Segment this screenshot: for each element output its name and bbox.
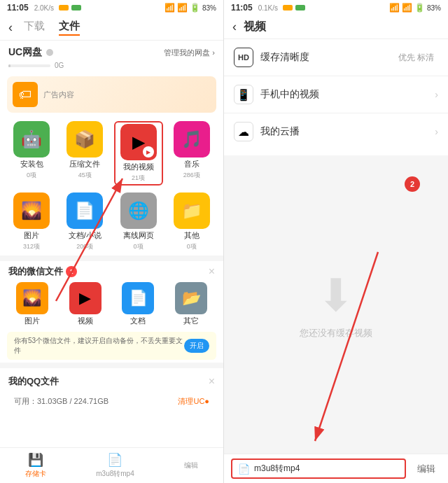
- wechat-icon-image: 🌄: [16, 282, 48, 314]
- uc-dot-icon: [46, 49, 53, 56]
- storage-text: 可用：31.03GB / 224.71GB: [14, 396, 108, 407]
- edit-button[interactable]: 编辑: [412, 460, 441, 478]
- banner-icon: 🏷: [13, 82, 38, 107]
- file-grid-row2: 🌄 图片 312项 📄 文档/小说 200项 🌐 离线网页 0项 📁 其他 0项: [0, 190, 223, 255]
- menu-item-phone-video[interactable]: 📱 手机中的视频 ›: [224, 76, 448, 113]
- wechat-close-button[interactable]: ×: [209, 265, 215, 278]
- wechat-icon-doc: 📄: [122, 282, 154, 314]
- file-icon-zip: 📦: [66, 121, 103, 158]
- warning-text: 你有53个微信文件，建议开启自动备份，不丢失重要文件: [14, 336, 184, 356]
- qq-title-label: 我的QQ文件: [8, 375, 59, 388]
- file-icon-other: 📁: [174, 192, 210, 229]
- divider2: [0, 363, 223, 368]
- wechat-label-image: 图片: [24, 316, 40, 326]
- uc-progress: 0G: [8, 62, 215, 69]
- file-item-doc[interactable]: 📄 文档/小说 200项: [60, 192, 109, 251]
- file-icon-web: 🌐: [120, 192, 157, 229]
- right-bottom-bar: 📄 m3u8转mp4 编辑: [224, 454, 448, 483]
- file-item-other[interactable]: 📁 其他 0项: [167, 192, 216, 251]
- left-panel: 11:05 2.0K/s 📶 📶 🔋 83% ‹ 下载 文件 UC网盘: [0, 0, 224, 483]
- wechat-item-video[interactable]: ▶ 视频: [60, 282, 111, 326]
- banner-text: 广告内容: [43, 90, 74, 100]
- left-signal-icon: 📶: [164, 3, 175, 13]
- phone-video-arrow-icon: ›: [435, 89, 438, 100]
- right-status-right: 📶 📶 🔋 83%: [389, 3, 441, 13]
- wechat-section-title: 我的微信文件 1: [8, 265, 77, 278]
- qq-section-header: 我的QQ文件 ×: [0, 371, 223, 389]
- qq-close-button[interactable]: ×: [209, 375, 215, 388]
- file-name-box[interactable]: 📄 m3u8转mp4: [231, 458, 406, 479]
- tab-download[interactable]: 下载: [24, 20, 45, 36]
- left-battery-pct: 83%: [202, 4, 216, 12]
- file-label-video: 我的视频: [123, 162, 154, 172]
- file-count-other: 0项: [187, 242, 197, 251]
- left-battery-icon: 🔋: [190, 3, 200, 13]
- file-count-music: 286项: [183, 171, 200, 180]
- uc-progress-fill: [8, 64, 10, 67]
- uc-cloud-label: UC网盘: [8, 46, 42, 59]
- right-menu-section: HD 缓存清晰度 优先 标清 📱 手机中的视频 › ☁ 我的云播 ›: [224, 39, 448, 150]
- no-cache-text: 您还没有缓存视频: [300, 327, 372, 340]
- clear-uc-button[interactable]: 清理UC●: [178, 396, 209, 407]
- left-status-right: 📶 📶 🔋 83%: [164, 3, 216, 13]
- file-count-image: 312项: [23, 242, 40, 251]
- wechat-badge: 1: [66, 266, 77, 277]
- wechat-item-image[interactable]: 🌄 图片: [7, 282, 57, 326]
- wechat-grid: 🌄 图片 ▶ 视频 📄 文档 📂 其它: [0, 279, 223, 329]
- tab-m3u8-label: m3u8转mp4: [96, 469, 134, 479]
- warning-enable-button[interactable]: 开启: [184, 339, 209, 353]
- right-back-button[interactable]: ‹: [232, 20, 237, 34]
- right-battery-pct: 83%: [427, 4, 441, 12]
- right-signal-icon: 📶: [389, 3, 400, 13]
- left-status-bar: 11:05 2.0K/s 📶 📶 🔋 83%: [0, 0, 223, 15]
- file-item-web[interactable]: 🌐 离线网页 0项: [114, 192, 163, 251]
- tab-m3u8[interactable]: 📄 m3u8转mp4: [96, 452, 134, 479]
- left-scroll-area: UC网盘 管理我的网盘 › 0G 🏷 广告内容 🤖 安装包 0项: [0, 41, 223, 447]
- banner-area[interactable]: 🏷 广告内容: [7, 76, 216, 113]
- file-item-zip[interactable]: 📦 压缩文件 45项: [60, 121, 109, 186]
- wechat-icon-other: 📂: [175, 282, 207, 314]
- file-label-other: 其他: [184, 230, 200, 241]
- right-icon2: [295, 5, 305, 10]
- storage-bar: 可用：31.03GB / 224.71GB 清理UC●: [7, 392, 216, 411]
- m3u8-icon: 📄: [107, 452, 122, 468]
- file-icon-music: 🎵: [174, 121, 210, 158]
- tab-storage-card[interactable]: 💾 存储卡: [25, 452, 46, 479]
- right-status-left: 11:05 0.1K/s: [231, 3, 305, 13]
- file-item-image[interactable]: 🌄 图片 312项: [7, 192, 56, 251]
- wechat-icon-video: ▶: [69, 282, 102, 314]
- cloud-play-arrow-icon: ›: [435, 126, 438, 137]
- wechat-item-doc[interactable]: 📄 文档: [113, 282, 164, 326]
- cloud-icon: ☁: [234, 122, 253, 141]
- wechat-item-other[interactable]: 📂 其它: [166, 282, 216, 326]
- phone-video-label: 手机中的视频: [260, 88, 435, 101]
- tab-edit[interactable]: 编辑: [184, 461, 198, 470]
- wechat-title-label: 我的微信文件: [8, 265, 63, 278]
- uc-progress-bar: [8, 64, 50, 67]
- file-label-apk: 安装包: [20, 159, 43, 169]
- menu-item-cloud-play[interactable]: ☁ 我的云播 ›: [224, 113, 448, 150]
- download-arrow-icon: ⬇: [317, 270, 355, 321]
- divider1: [0, 255, 223, 261]
- menu-item-hd-quality[interactable]: HD 缓存清晰度 优先 标清: [224, 39, 448, 76]
- file-item-music[interactable]: 🎵 音乐 286项: [167, 121, 216, 186]
- file-count-doc: 200项: [76, 242, 93, 251]
- right-wifi-icon: 📶: [402, 3, 412, 13]
- file-count-video: 21项: [132, 174, 145, 183]
- file-label-web: 离线网页: [123, 230, 154, 241]
- left-wifi-icon: 📶: [177, 3, 188, 13]
- file-count-web: 0项: [134, 242, 144, 251]
- file-grid-row1: 🤖 安装包 0项 📦 压缩文件 45项 ▶ ▶ 我的视频 21项 🎵 音乐: [0, 117, 223, 190]
- hd-quality-value: 优先 标清: [398, 52, 434, 64]
- hd-icon: HD: [234, 48, 253, 67]
- wechat-label-other: 其它: [183, 316, 199, 326]
- uc-manage-button[interactable]: 管理我的网盘 ›: [164, 48, 215, 58]
- left-back-button[interactable]: ‹: [8, 20, 13, 35]
- right-speed: 0.1K/s: [258, 4, 278, 12]
- tab-files[interactable]: 文件: [59, 20, 80, 36]
- file-item-video[interactable]: ▶ ▶ 我的视频 21项: [114, 121, 163, 186]
- tab-edit-label: 编辑: [184, 461, 198, 470]
- file-item-apk[interactable]: 🤖 安装包 0项: [7, 121, 56, 186]
- file-label-doc: 文档/小说: [69, 230, 102, 241]
- left-status-icon2: [71, 5, 81, 10]
